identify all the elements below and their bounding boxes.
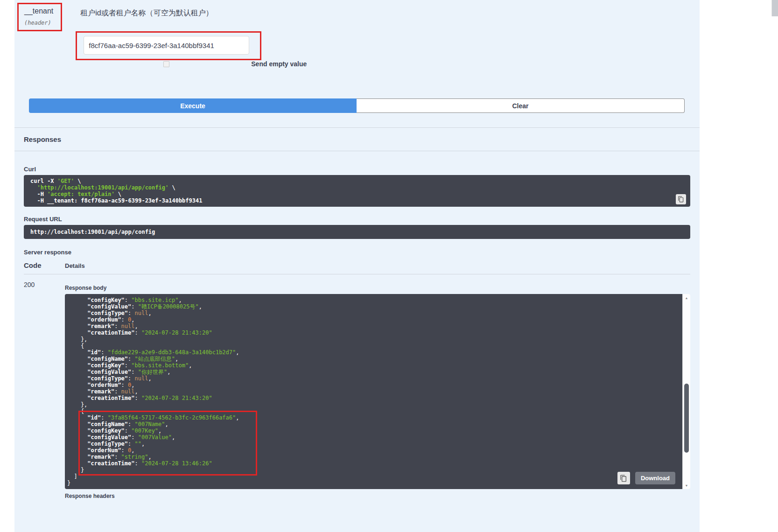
- send-empty-label: Send empty value: [251, 60, 307, 68]
- response-row: 200 Response body "configKey": "bbs.site…: [24, 274, 690, 502]
- send-empty-checkbox[interactable]: [163, 61, 169, 67]
- response-body-lines-before: "configKey": "bbs.site.icp", "configValu…: [67, 297, 676, 408]
- clear-button[interactable]: Clear: [357, 98, 685, 113]
- request-url-label: Request URL: [24, 216, 690, 223]
- execute-row: Execute Clear: [29, 98, 685, 113]
- copy-response-button[interactable]: [617, 472, 630, 484]
- code-column-header: Code: [24, 261, 65, 269]
- scrollbar-up-arrow[interactable]: ▲: [683, 294, 690, 301]
- param-name: __tenant: [24, 7, 53, 15]
- response-body-wrap: "configKey": "bbs.site.icp", "configValu…: [65, 294, 690, 489]
- responses-section: Curl curl -X 'GET' \ 'http://localhost:1…: [14, 151, 700, 511]
- server-response-label: Server response: [24, 249, 690, 256]
- param-input-annotation-box: [76, 31, 261, 60]
- browser-scrollbar-thumb[interactable]: [771, 0, 778, 16]
- send-empty-row: Send empty value: [80, 60, 307, 68]
- response-body-lines-after: ]}: [67, 473, 676, 486]
- operation-panel: __tenant (header) 租户id或者租户名称（可空为默认租户） Se…: [14, 0, 700, 532]
- response-body-block: "configKey": "bbs.site.icp", "configValu…: [65, 294, 682, 489]
- request-url: http://localhost:19001/api/app/config: [30, 229, 155, 235]
- response-table-header: Code Details: [24, 261, 690, 274]
- execute-button[interactable]: Execute: [29, 98, 357, 113]
- curl-command-block: curl -X 'GET' \ 'http://localhost:19001/…: [24, 175, 690, 207]
- response-details: Response body "configKey": "bbs.site.icp…: [65, 281, 690, 502]
- parameters-section: __tenant (header) 租户id或者租户名称（可空为默认租户） Se…: [14, 0, 700, 68]
- param-name-annotation-box: __tenant (header): [17, 3, 62, 31]
- scrollbar-down-arrow[interactable]: ▼: [683, 482, 690, 489]
- response-headers-label: Response headers: [65, 493, 690, 499]
- status-code: 200: [24, 281, 65, 502]
- scrollbar-thumb[interactable]: [684, 384, 689, 453]
- response-actions: Download: [617, 472, 675, 484]
- response-body-label: Response body: [65, 285, 690, 291]
- details-column-header: Details: [65, 261, 85, 269]
- curl-code-lines: curl -X 'GET' \ 'http://localhost:19001/…: [30, 178, 672, 204]
- clipboard-icon: [678, 196, 684, 203]
- clipboard-icon: [620, 475, 627, 482]
- request-url-block: http://localhost:19001/api/app/config: [24, 225, 690, 239]
- param-description: 租户id或者租户名称（可空为默认租户）: [80, 8, 307, 18]
- responses-title: Responses: [24, 135, 690, 143]
- param-value-cell: 租户id或者租户名称（可空为默认租户） Send empty value: [80, 3, 307, 68]
- response-scrollbar[interactable]: ▲ ▼: [682, 294, 690, 489]
- response-body-lines-highlighted: { "id": "3fa85f64-5717-4562-b3fc-2c963f6…: [67, 408, 676, 473]
- copy-curl-button[interactable]: [676, 194, 686, 204]
- download-button[interactable]: Download: [635, 472, 675, 484]
- param-location: (header): [24, 20, 53, 26]
- tenant-input[interactable]: [84, 36, 249, 55]
- responses-header: Responses: [14, 127, 700, 151]
- curl-label: Curl: [24, 166, 690, 173]
